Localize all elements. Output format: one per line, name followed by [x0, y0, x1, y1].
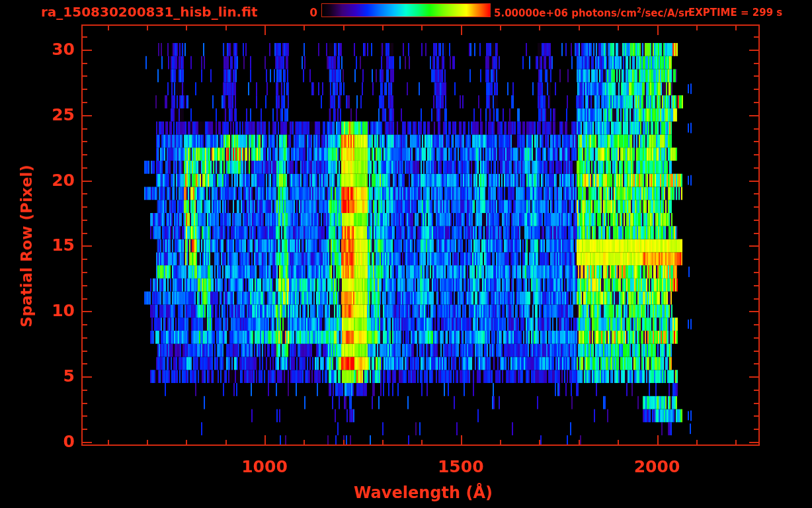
- y-tick-label: 30: [35, 40, 75, 59]
- colorbar-min-label: 0: [291, 6, 317, 19]
- y-tick-label: 25: [35, 105, 75, 124]
- x-axis-title: Wavelength (Å): [354, 484, 486, 502]
- colorbar-max-label: 5.00000e+06 photons/cm2/sec/A/sr: [494, 7, 689, 19]
- y-axis-title: Spatial Row (Pixel): [18, 165, 35, 327]
- x-tick-label: 1500: [428, 457, 494, 476]
- x-tick-label: 1000: [231, 457, 298, 476]
- spectrogram-heatmap-canvas: [0, 0, 812, 508]
- colorbar-units-prefix: photons/cm: [571, 7, 637, 19]
- exptime-label: EXPTIME = 299 s: [688, 7, 782, 19]
- colorbar-units-suffix: /sec/A/sr: [641, 7, 689, 19]
- y-tick-label: 10: [35, 301, 75, 320]
- y-tick-label: 15: [35, 235, 75, 255]
- y-tick-label: 5: [35, 366, 75, 386]
- colorbar-max-value: 5.00000e+06: [494, 7, 568, 19]
- colorbar-gradient: [321, 3, 491, 17]
- x-tick-label: 2000: [624, 457, 690, 476]
- colorbar-units-exponent: 2: [637, 7, 641, 14]
- plot-title: ra_150830200831_hisb_lin.fit: [41, 4, 258, 20]
- idl-plot-window: { "palette": { "background": "#000000", …: [0, 0, 812, 508]
- y-tick-label: 20: [35, 171, 75, 190]
- y-tick-label: 0: [35, 432, 75, 451]
